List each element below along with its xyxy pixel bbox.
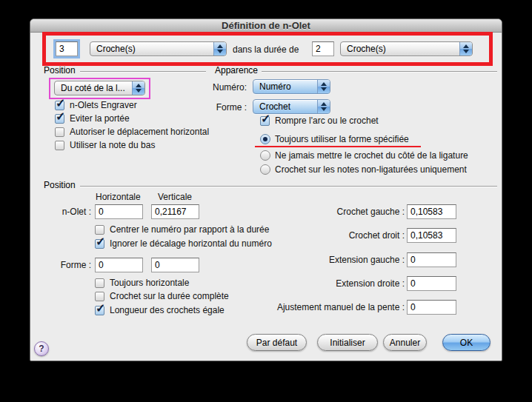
right-hook-field[interactable] [407,228,456,243]
placement-popup-value: Du coté de la l... [55,81,132,95]
in-duration-label: dans la durée de [233,44,299,55]
bracket-full-duration-checkbox[interactable] [95,292,104,301]
shape-horizontal-field[interactable] [95,258,143,272]
allow-horizontal-drag-label: Autoriser le déplacement horizontal [70,127,209,137]
shape-label: Forme : [208,102,247,113]
left-hook-field[interactable] [407,204,456,219]
group-divider [80,71,206,72]
right-extension-field[interactable] [407,276,456,291]
question-mark-icon: ? [39,344,44,354]
reset-button[interactable]: Initialiser [317,334,378,351]
up-down-arrows-icon [459,42,472,56]
help-button[interactable]: ? [34,341,49,356]
avoid-staff-label: Eviter la portée [70,113,130,124]
always-flat-checkbox[interactable] [95,278,104,288]
tuplet-definition-dialog: Définition de n-Olet Croche(s) dans la d… [30,19,502,361]
offset-group-title: Position [44,180,76,190]
ok-button[interactable]: OK [442,334,491,351]
right-extension-label: Extension droite : [253,278,405,289]
center-number-checkbox[interactable] [95,225,104,235]
up-down-arrows-icon [213,42,226,56]
bracket-full-duration-label: Crochet sur la durée complète [110,291,229,301]
group-divider [262,71,497,72]
ignore-horizontal-offset-checkbox[interactable] [95,239,104,249]
up-down-arrows-icon [132,81,144,95]
duration-unit-popup-value: Croche(s) [341,42,459,56]
use-bottom-note-label: Utiliser la note du bas [70,140,155,150]
never-bracket-beam-side-label: Ne jamais mettre le crochet du côté de l… [275,150,468,161]
use-bottom-note-checkbox[interactable] [55,141,64,150]
allow-horizontal-drag-checkbox[interactable] [55,127,64,137]
tuplet-count-field[interactable] [56,41,78,56]
duration-count-field[interactable] [312,41,334,56]
equal-hooks-checkbox[interactable] [95,306,104,315]
number-label: Numéro: [208,82,247,93]
number-popup[interactable]: Numéro [253,79,330,94]
tuplet-horizontal-field[interactable] [95,204,143,219]
shape-vertical-field[interactable] [151,258,199,272]
break-slur-bracket-label: Rompre l'arc ou le crochet [275,115,379,126]
engraver-tuplets-label: n-Olets Engraver [70,100,137,110]
cancel-button[interactable]: Annuler [383,334,427,351]
tuplet-offset-label: n-Olet : [30,207,91,217]
left-extension-field[interactable] [407,252,456,267]
horizontal-column-header: Horizontale [96,192,141,202]
always-use-shape-label: Toujours utiliser la forme spécifiée [275,134,409,144]
placement-popup[interactable]: Du coté de la l... [54,81,145,96]
annotation-red-underline [255,146,421,147]
default-button[interactable]: Par défaut [247,334,307,351]
bracket-unbeamed-only-label: Crochet sur les notes non-ligaturées uni… [275,164,467,175]
center-number-label: Centrer le numéro par rapport à la durée [110,224,269,235]
right-hook-label: Crochet droit : [253,230,405,241]
group-divider [80,186,497,187]
always-use-shape-radio[interactable] [260,134,270,144]
shape-offset-label: Forme : [30,260,91,270]
never-bracket-beam-side-radio[interactable] [260,150,270,161]
up-down-arrows-icon [317,80,330,93]
tuplet-vertical-field[interactable] [151,204,199,219]
tuplet-unit-popup-value: Croche(s) [90,42,213,56]
bracket-unbeamed-only-radio[interactable] [260,164,270,175]
position-group-title: Position [44,65,76,76]
break-slur-bracket-checkbox[interactable] [260,116,270,126]
equal-hooks-label: Longueur des crochets égale [110,305,225,315]
left-hook-label: Crochet gauche : [253,207,405,217]
up-down-arrows-icon [317,100,330,113]
left-extension-label: Extension gauche : [253,255,405,265]
tuplet-unit-popup[interactable]: Croche(s) [90,41,227,56]
vertical-column-header: Verticale [158,192,192,202]
screenshot-canvas: Définition de n-Olet Croche(s) dans la d… [0,0,532,402]
always-flat-label: Toujours horizontale [110,278,189,288]
window-title: Définition de n-Olet [222,20,310,31]
manual-slope-field[interactable] [407,300,456,315]
avoid-staff-checkbox[interactable] [55,114,64,124]
manual-slope-label: Ajustement manuel de la pente : [253,302,405,312]
appearance-group-title: Apparence [215,65,258,76]
duration-unit-popup[interactable]: Croche(s) [340,41,473,56]
ignore-horizontal-offset-label: Ignorer le décalage horizontal du numéro [110,238,272,249]
window-title-bar[interactable]: Définition de n-Olet [30,19,502,33]
number-popup-value: Numéro [253,80,317,93]
